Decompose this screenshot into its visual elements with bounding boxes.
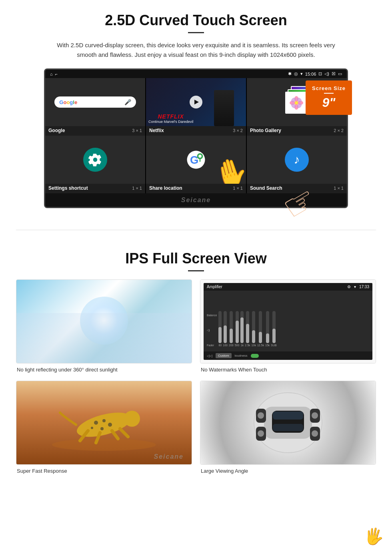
car-visual [200,381,376,464]
netflix-app-size: 3 × 2 [233,128,243,133]
svg-line-24 [112,431,118,439]
mic-icon: 🎤 [124,99,131,105]
image-grid: No light reflecting under 360° direct su… [16,279,376,474]
amplifier-caption: No Watermarks When Touch [200,367,376,373]
amplifier-image: Amplifier ⚙ ▾ 17:33 Balance ◁) Fader [200,279,376,363]
share-app-size: 1 × 1 [233,186,243,191]
amp-body: Balance ◁) Fader 60 10 [204,291,372,351]
google-label-row: Google 3 × 1 [45,126,145,136]
status-bar-left: ⌂ ⌐ [50,72,58,76]
section-ips: IPS Full Screen View No light reflecting… [0,242,392,486]
sunlight-caption: No light reflecting under 360° direct su… [16,367,192,373]
home-icon: ⌂ [50,72,53,76]
eq-sidebar: Balance ◁) Fader [207,312,217,348]
sky-gradient [16,313,192,363]
custom-btn[interactable]: Custom [216,353,232,358]
eq-bars-container: 60 100 200 [218,309,369,348]
google-logo: Google [59,99,77,105]
svg-point-17 [94,421,98,425]
sound-app-size: 1 × 1 [334,186,344,191]
svg-point-16 [124,411,140,427]
eq-bar-5: 1k [240,311,244,347]
app-cell-share[interactable]: G 🤚 Share location 1 × 1 [146,136,246,193]
gallery-app-label: Photo Gallery [250,128,281,133]
eq-bar-6: 2.5k [245,311,250,347]
music-note-icon: ♪ [294,153,300,167]
volume-icon: ◁) [324,71,329,76]
google-search-bar[interactable]: Google 🎤 [54,96,136,108]
location-icon: ◎ [294,71,298,76]
usb-icon: ⌐ [55,72,58,76]
hand-pointer-share: 🤚 [210,153,246,184]
cheetah-svg [44,393,164,453]
netflix-subtitle: Continue Marvel's Daredevil [148,120,193,124]
svg-line-25 [120,429,128,437]
app-cell-settings[interactable]: Settings shortcut 1 × 1 [45,136,145,193]
amp-title: Amplifier [207,285,222,289]
play-button[interactable] [190,96,202,108]
status-bar: ⌂ ⌐ ✱ ◎ ▾ 15:06 ⊡ ◁) ☒ ▭ [45,70,347,78]
card-car: Large Viewing Angle [200,381,376,474]
share-label-row: Share location 1 × 1 [146,184,246,193]
settings-app-label: Settings shortcut [48,185,88,191]
maps-icon: G [186,150,206,170]
section-divider [16,230,376,230]
app-cell-netflix[interactable]: NETFLIX Continue Marvel's Daredevil Netf… [146,78,246,136]
title-underline [188,32,204,33]
amp-wifi-status: ▾ [354,285,356,289]
amp-header: Amplifier ⚙ ▾ 17:33 [204,283,372,291]
screen-size-badge: Screen Size 9" [306,80,352,115]
netflix-label-row: Netflix 3 × 2 [146,126,246,136]
badge-size: 9" [312,95,346,110]
netflix-figure [214,90,234,126]
amplifier-visual: Amplifier ⚙ ▾ 17:33 Balance ◁) Fader [200,280,376,363]
window-icon: ▭ [338,71,342,76]
gallery-app-size: 2 × 2 [334,128,344,133]
gallery-label-row: Photo Gallery 2 × 2 [247,126,347,136]
svg-point-18 [102,419,106,422]
car-svg [244,387,332,459]
svg-point-20 [100,427,104,430]
svg-point-19 [108,423,112,427]
eq-bar-2: 100 [223,311,228,347]
svg-point-38 [312,430,318,437]
share-app-label: Share location [149,185,182,191]
sound-app-label: Sound Search [250,185,282,191]
section-curved-screen: 2.5D Curved Touch Screen With 2.5D curve… [0,0,392,218]
bluetooth-icon: ✱ [288,71,292,76]
amp-footer: ◁◁ Custom loudness [204,351,372,360]
clock: 15:06 [305,72,316,76]
netflix-logo: NETFLIX [148,113,193,120]
loudness-toggle[interactable] [251,354,259,358]
seicane-watermark-device: Seicane [181,197,211,203]
eq-sidebar-balance: Balance [207,314,217,317]
app-cell-google[interactable]: Google 🎤 Google 3 × 1 [45,78,145,136]
sound-cell-content: ♪ [247,136,347,184]
eq-sidebar-fader: Fader [207,344,217,347]
wifi-icon: ▾ [300,71,303,76]
eq-bar-7: 10k [252,311,256,347]
sunlight-visual [16,280,192,363]
svg-rect-29 [273,411,303,420]
music-icon-bg: ♪ [285,148,309,172]
svg-rect-30 [273,424,303,431]
netflix-thumbnail: NETFLIX Continue Marvel's Daredevil [146,78,246,126]
netflix-app-label: Netflix [149,128,164,133]
flower-svg [288,95,304,111]
section1-title: 2.5D Curved Touch Screen [24,12,368,29]
settings-label-row: Settings shortcut 1 × 1 [45,184,145,193]
loudness-label: loudness [235,354,248,357]
badge-label: Screen Size [312,85,346,91]
device-mockup: Screen Size 9" ⌂ ⌐ ✱ ◎ ▾ 15:06 ⊡ ◁) ☒ [44,68,348,208]
section2-title: IPS Full Screen View [16,250,376,267]
badge-underline [324,93,334,94]
card-sunlight: No light reflecting under 360° direct su… [16,279,192,373]
google-app-size: 3 × 1 [132,128,142,133]
car-caption: Large Viewing Angle [200,468,376,474]
amp-nav-left: ◁◁ [207,354,212,358]
cheetah-watermark: Seicane [154,453,184,460]
google-app-label: Google [48,128,65,133]
svg-point-35 [258,412,264,419]
gallery-img-3 [285,92,307,114]
amp-header-icons: ⚙ ▾ 17:33 [347,285,369,289]
